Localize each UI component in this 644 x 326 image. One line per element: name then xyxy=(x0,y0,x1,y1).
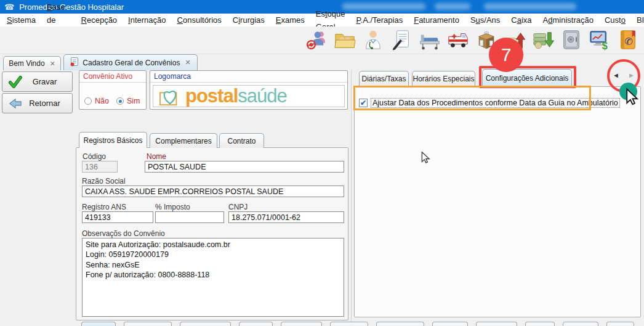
return-button[interactable]: Retornar xyxy=(2,93,73,113)
menu-item-bi[interactable]: BI xyxy=(631,14,644,26)
toolbar: $✆ xyxy=(0,26,644,54)
menu-item-sus-ans[interactable]: Sus/Ans xyxy=(465,14,505,26)
bottom-tab-stub[interactable] xyxy=(330,322,368,326)
close-tab-icon[interactable]: ✕ xyxy=(185,59,190,67)
codigo-field xyxy=(82,161,118,173)
razao-social-label: Razão Social xyxy=(82,177,126,185)
sync-user-icon[interactable] xyxy=(305,29,328,52)
cnpj-label: CNPJ xyxy=(228,203,248,211)
return-button-label: Retornar xyxy=(28,99,61,108)
menu-item-sistema[interactable]: Sistema xyxy=(1,14,41,26)
menubar: SistemaBase de DadosRecepçãoInternaçãoCo… xyxy=(0,14,644,26)
menu-item-p-a-terapias[interactable]: P.A./Terapias xyxy=(351,14,409,26)
mouse-cursor-secondary xyxy=(419,151,432,164)
envelope-heart-icon xyxy=(157,86,184,107)
mouse-cursor xyxy=(623,88,642,106)
app-window: ☎ Promedico Gestão Hospitalar SistemaBas… xyxy=(0,0,644,326)
menu-item-administracao[interactable]: Administração xyxy=(537,14,599,26)
logomarca-group: Logomarca postalsaúde xyxy=(150,70,348,110)
close-tab-icon[interactable]: ✕ xyxy=(50,60,55,68)
phone-book-icon[interactable]: ✆ xyxy=(616,29,639,52)
patients-folder-icon[interactable] xyxy=(333,29,356,52)
bottom-tab-stub[interactable] xyxy=(124,322,172,326)
imposto-label: % Imposto xyxy=(155,203,190,211)
menu-item-internacao[interactable]: Internação xyxy=(123,14,171,26)
convenio-ativo-group: Convênio Ativo Não Sim xyxy=(79,70,147,110)
observacoes-field[interactable]: Site para Autorização: postalsaude.com.b… xyxy=(82,238,344,317)
menu-item-recepcao[interactable]: Recepção xyxy=(76,14,123,26)
tab-bem-vindo[interactable]: Bem Vindo✕ xyxy=(3,56,61,70)
bottom-tab-stub[interactable] xyxy=(476,322,517,326)
safe-icon[interactable] xyxy=(560,29,582,52)
cnpj-field[interactable] xyxy=(228,211,344,223)
splitter[interactable] xyxy=(351,70,352,326)
hospital-bed-icon[interactable] xyxy=(418,29,441,52)
brand-text-light: saúde xyxy=(238,85,286,107)
tab-horarios-especiais[interactable]: Horários Especiais xyxy=(412,71,475,86)
configuracoes-adicionais-panel: ✔ Ajustar Data dos Procedimentos conform… xyxy=(354,86,641,317)
menu-item-custo[interactable]: Custo xyxy=(599,14,631,26)
convenio-ativo-title: Convênio Ativo xyxy=(79,71,146,83)
bottom-tab-stub[interactable] xyxy=(432,322,468,326)
bottom-tab-stub[interactable] xyxy=(563,322,598,326)
logomarca-title: Logomarca xyxy=(150,71,347,83)
razao-social-field[interactable] xyxy=(82,185,344,197)
radio-circle-selected-icon xyxy=(116,97,124,105)
redacted-text xyxy=(342,3,425,10)
radio-sim[interactable]: Sim xyxy=(116,97,140,105)
radio-circle-icon xyxy=(84,97,92,105)
tab-label: Complementares xyxy=(155,137,211,145)
bottom-tab-stub[interactable] xyxy=(81,322,116,326)
menu-item-consultorios[interactable]: Consultórios xyxy=(172,14,227,26)
tab-label: Horários Especiais xyxy=(413,75,474,83)
registro-ans-field[interactable] xyxy=(82,211,153,223)
registro-ans-label: Registro ANS xyxy=(82,203,126,211)
tab-complementares[interactable]: Complementares xyxy=(150,133,217,148)
ambulance-icon[interactable] xyxy=(446,29,469,52)
bottom-tab-stub[interactable] xyxy=(606,322,634,326)
menu-item-cirurgias[interactable]: Cirurgias xyxy=(227,14,270,26)
save-button-label: Gravar xyxy=(28,77,61,86)
radio-nao[interactable]: Não xyxy=(84,97,109,105)
brand-logo: postalsaúde xyxy=(153,85,345,107)
bottom-tab-stub[interactable] xyxy=(180,322,231,326)
app-logo-icon: ☎ xyxy=(4,2,14,12)
radio-nao-label: Não xyxy=(95,97,109,105)
tab-label: Registros Básicos xyxy=(83,136,142,145)
codigo-label: Código xyxy=(83,152,106,161)
annotation-orange-rect xyxy=(353,86,591,110)
form-document-icon xyxy=(70,57,79,68)
redacted-text xyxy=(435,3,470,10)
tab-label: Contrato xyxy=(227,137,256,145)
expenses-down-icon[interactable] xyxy=(531,29,554,52)
contract-document-icon[interactable] xyxy=(390,29,413,52)
nome-field[interactable] xyxy=(145,161,344,173)
svg-text:✆: ✆ xyxy=(624,36,633,47)
observacoes-label: Observaçõs do Convênio xyxy=(82,229,165,238)
bottom-tab-stub[interactable] xyxy=(281,322,322,326)
bottom-tab-stub[interactable] xyxy=(239,322,273,326)
financial-chart-icon[interactable]: $ xyxy=(588,29,611,52)
bottom-tab-stub[interactable] xyxy=(525,322,555,326)
menu-item-caixa[interactable]: Caixa xyxy=(505,14,537,26)
tab-label: Bem Vindo xyxy=(9,59,44,68)
imposto-field[interactable] xyxy=(155,211,224,223)
tab-cadastro-geral-de-convenios[interactable]: Cadastro Geral de Convênios✕ xyxy=(63,54,198,70)
radio-sim-label: Sim xyxy=(127,97,140,105)
check-icon xyxy=(9,75,22,89)
menu-item-faturamento[interactable]: Faturamento xyxy=(408,14,465,26)
bottom-tab-stub[interactable] xyxy=(376,322,424,326)
save-button[interactable]: Gravar xyxy=(2,71,73,92)
tab-label: Diárias/Taxas xyxy=(361,75,406,83)
tab-diarias-taxas[interactable]: Diárias/Taxas xyxy=(359,71,409,86)
back-arrow-icon xyxy=(9,97,22,110)
redacted-text xyxy=(484,3,576,10)
annotation-red-rect xyxy=(479,66,576,88)
brand-text-bold: postal xyxy=(185,85,238,107)
svg-text:$: $ xyxy=(602,40,607,51)
tab-contrato[interactable]: Contrato xyxy=(219,133,264,148)
tab-registros-basicos[interactable]: Registros Básicos xyxy=(79,132,147,148)
tab-label: Cadastro Geral de Convênios xyxy=(83,59,180,67)
doctor-icon[interactable] xyxy=(361,29,384,52)
menu-item-exames[interactable]: Exames xyxy=(270,14,310,26)
